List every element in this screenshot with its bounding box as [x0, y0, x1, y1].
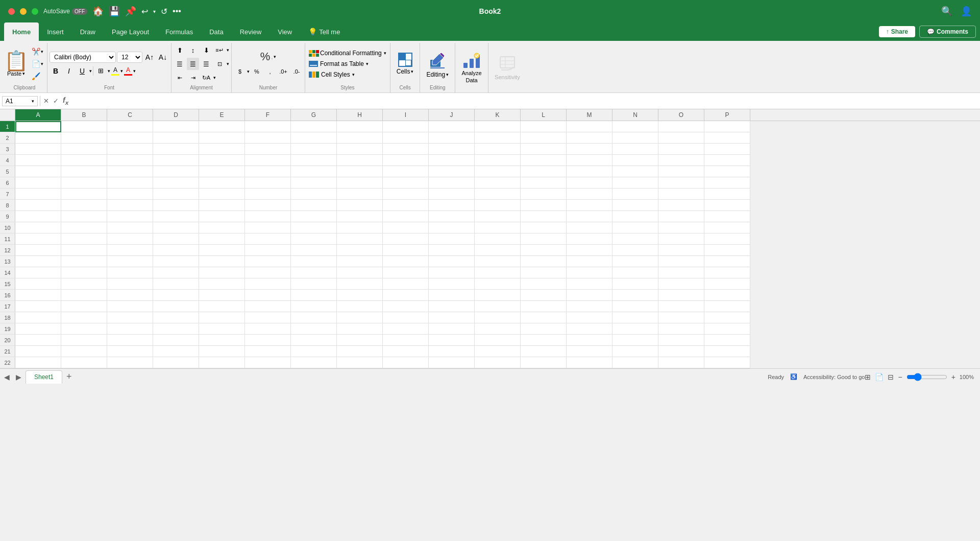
cell-E12[interactable]	[199, 245, 245, 256]
cell-O13[interactable]	[658, 256, 704, 267]
cell-B3[interactable]	[61, 144, 107, 155]
cell-K6[interactable]	[475, 177, 521, 189]
cell-F5[interactable]	[245, 166, 291, 177]
cell-D1[interactable]	[153, 121, 199, 132]
cell-D15[interactable]	[153, 278, 199, 290]
confirm-formula-icon[interactable]: ✓	[52, 96, 60, 106]
cut-button[interactable]: ✂️ ▾	[30, 46, 45, 57]
share-button[interactable]: ↑Share	[879, 26, 915, 37]
cell-F20[interactable]	[245, 335, 291, 346]
cell-F1[interactable]	[245, 121, 291, 132]
undo-icon[interactable]: ↩	[141, 7, 148, 16]
cell-J1[interactable]	[429, 121, 475, 132]
cell-A3[interactable]	[15, 144, 61, 155]
cell-J12[interactable]	[429, 245, 475, 256]
row-header-19[interactable]: 19	[0, 323, 15, 335]
cell-K20[interactable]	[475, 335, 521, 346]
cell-N11[interactable]	[612, 233, 658, 245]
cell-D2[interactable]	[153, 132, 199, 144]
cell-D11[interactable]	[153, 233, 199, 245]
zoom-level[interactable]: 100%	[960, 374, 974, 380]
row-header-4[interactable]: 4	[0, 155, 15, 166]
cell-B8[interactable]	[61, 200, 107, 211]
autosave-toggle[interactable]: OFF	[72, 8, 87, 15]
cell-M11[interactable]	[567, 233, 612, 245]
insert-function-icon[interactable]: fx	[62, 95, 69, 107]
cell-M4[interactable]	[567, 155, 612, 166]
borders-caret[interactable]: ▾	[108, 68, 110, 74]
font-size-select[interactable]: 12	[117, 52, 142, 63]
cell-H8[interactable]	[337, 200, 383, 211]
cell-A2[interactable]	[15, 132, 61, 144]
cell-F9[interactable]	[245, 211, 291, 222]
cell-F13[interactable]	[245, 256, 291, 267]
cell-H14[interactable]	[337, 267, 383, 278]
row-header-10[interactable]: 10	[0, 222, 15, 233]
cell-I8[interactable]	[383, 200, 429, 211]
cell-C17[interactable]	[107, 301, 153, 312]
cell-J14[interactable]	[429, 267, 475, 278]
align-bottom-button[interactable]: ⬇	[200, 44, 212, 56]
row-header-17[interactable]: 17	[0, 301, 15, 312]
cell-H7[interactable]	[337, 189, 383, 200]
cell-P2[interactable]	[704, 132, 750, 144]
cell-O22[interactable]	[658, 357, 704, 368]
cell-P15[interactable]	[704, 278, 750, 290]
cell-K10[interactable]	[475, 222, 521, 233]
cell-A15[interactable]	[15, 278, 61, 290]
cell-K12[interactable]	[475, 245, 521, 256]
select-all-button[interactable]	[0, 109, 15, 121]
cell-E2[interactable]	[199, 132, 245, 144]
cell-H22[interactable]	[337, 357, 383, 368]
cell-C5[interactable]	[107, 166, 153, 177]
cell-M21[interactable]	[567, 346, 612, 357]
cell-D20[interactable]	[153, 335, 199, 346]
cell-O19[interactable]	[658, 323, 704, 335]
text-direction-button[interactable]: ↻A	[200, 72, 212, 84]
cell-G19[interactable]	[291, 323, 337, 335]
normal-view-icon[interactable]: ⊞	[865, 373, 871, 381]
cell-P22[interactable]	[704, 357, 750, 368]
accounting-button[interactable]: $	[234, 65, 246, 78]
cell-K8[interactable]	[475, 200, 521, 211]
cell-F15[interactable]	[245, 278, 291, 290]
cell-L18[interactable]	[521, 312, 567, 323]
cell-F8[interactable]	[245, 200, 291, 211]
cell-H15[interactable]	[337, 278, 383, 290]
cell-J8[interactable]	[429, 200, 475, 211]
cell-J16[interactable]	[429, 290, 475, 301]
cell-E10[interactable]	[199, 222, 245, 233]
cell-N3[interactable]	[612, 144, 658, 155]
zoom-in-icon[interactable]: +	[951, 373, 955, 381]
cell-P17[interactable]	[704, 301, 750, 312]
cell-J22[interactable]	[429, 357, 475, 368]
cell-B17[interactable]	[61, 301, 107, 312]
cell-E15[interactable]	[199, 278, 245, 290]
cell-I2[interactable]	[383, 132, 429, 144]
cell-A17[interactable]	[15, 301, 61, 312]
cell-E1[interactable]	[199, 121, 245, 132]
cell-K3[interactable]	[475, 144, 521, 155]
cell-L8[interactable]	[521, 200, 567, 211]
cell-N17[interactable]	[612, 301, 658, 312]
cell-C9[interactable]	[107, 211, 153, 222]
cell-P5[interactable]	[704, 166, 750, 177]
row-header-11[interactable]: 11	[0, 233, 15, 245]
cell-N19[interactable]	[612, 323, 658, 335]
cell-O11[interactable]	[658, 233, 704, 245]
cell-I4[interactable]	[383, 155, 429, 166]
cell-I22[interactable]	[383, 357, 429, 368]
cell-F21[interactable]	[245, 346, 291, 357]
cell-B7[interactable]	[61, 189, 107, 200]
cell-D18[interactable]	[153, 312, 199, 323]
col-header-N[interactable]: N	[612, 109, 658, 121]
cell-D21[interactable]	[153, 346, 199, 357]
cell-C21[interactable]	[107, 346, 153, 357]
cell-A11[interactable]	[15, 233, 61, 245]
increase-decimal-button[interactable]: .0+	[277, 65, 289, 78]
cell-L2[interactable]	[521, 132, 567, 144]
cell-K13[interactable]	[475, 256, 521, 267]
cell-I18[interactable]	[383, 312, 429, 323]
cell-J13[interactable]	[429, 256, 475, 267]
cell-B21[interactable]	[61, 346, 107, 357]
